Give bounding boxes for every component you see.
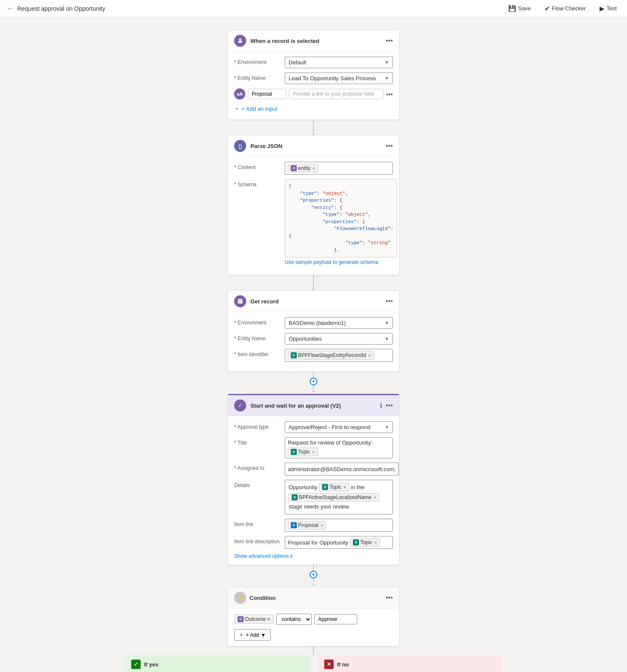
test-button[interactable]: ▶ Test	[596, 3, 620, 14]
approval-header-right: ℹ •••	[380, 402, 393, 409]
card-when-header-left: When a record is selected	[234, 35, 319, 47]
add-input-button[interactable]: ＋ + Add an input	[234, 103, 277, 114]
add-step-circle[interactable]: +	[310, 378, 317, 385]
content-label: Content	[234, 162, 281, 170]
get-env-chevron: ▼	[385, 321, 389, 325]
show-advanced-link[interactable]: Show advanced options ∨	[234, 553, 393, 559]
yes-badge: ✓	[131, 660, 141, 669]
approval-title-value: Request for review of Opportunity: ⚙ Top…	[285, 437, 393, 458]
condition-operator-select[interactable]: contains	[276, 614, 312, 625]
get-record-header-left: Get record	[234, 295, 279, 307]
item-link-desc-text: Proposal for Opportunity	[288, 539, 348, 546]
condition-row-1: ⚙ Outcome × contains	[234, 614, 393, 625]
approval-title-label: Title	[234, 437, 281, 446]
approval-type-chevron: ▼	[385, 425, 389, 430]
bpf-tag-icon: ⚙	[291, 352, 297, 358]
schema-textarea[interactable]: { "type": "object", "properties": { "ent…	[285, 179, 397, 257]
condition-value-input[interactable]	[314, 614, 357, 624]
chevron-down-icon: ∨	[289, 553, 293, 559]
save-button[interactable]: 💾 Save	[505, 3, 534, 14]
check-icon: ✔	[545, 5, 550, 12]
details-text3: stage needs your review	[289, 503, 349, 510]
topic-tag-desc-close[interactable]: ×	[374, 540, 377, 545]
approval-type-select[interactable]: Approve/Reject - First to respond ▼	[285, 421, 393, 433]
branch-yes-header: ✓ If yes	[125, 655, 309, 672]
approval-title-field[interactable]: Request for review of Opportunity: ⚙ Top…	[285, 437, 393, 458]
item-link-desc-field[interactable]: Proposal for Opportunity ⚙ Topic ×	[285, 536, 393, 549]
connector-4-top	[313, 565, 314, 571]
add-step-plus-2: +	[312, 572, 315, 578]
connector-4-bottom	[313, 578, 314, 582]
get-record-header: Get record •••	[228, 291, 399, 312]
details-label: Details	[234, 480, 281, 488]
branch-no: ✕ If no ✉ Send an email (V2) 2 ••• ⊕ Add…	[318, 655, 502, 672]
back-icon[interactable]: ←	[7, 5, 14, 12]
approval-icon: ✓	[234, 400, 246, 412]
outcome-tag-close[interactable]: ×	[267, 616, 270, 622]
details-text2: in the	[351, 484, 365, 490]
proposal-placeholder-input[interactable]	[289, 89, 383, 99]
approval-info-icon[interactable]: ℹ	[380, 402, 382, 409]
entity-tag-close[interactable]: ×	[313, 166, 315, 171]
approval-header-left: ✓ Start and wait for an approval (V2)	[234, 400, 341, 412]
approval-menu[interactable]: •••	[386, 402, 393, 409]
topic-tag-desc: ⚙ Topic ×	[350, 538, 380, 547]
topic-tag-desc-icon: ⚙	[353, 539, 359, 545]
branch-yes: ✓ If yes ✉ Send an email (V2) ••• ⊕ Add …	[125, 655, 309, 672]
topic-tag-details: ⚙ Topic ×	[319, 483, 349, 491]
get-entity-select[interactable]: Opportunities ▼	[285, 333, 393, 345]
topic-tag-details-icon: ⚙	[322, 484, 328, 490]
topbar-left: ← Request approval on Opportunity	[7, 5, 105, 12]
entity-select[interactable]: Lead To Opportunity Sales Process ▼	[285, 73, 393, 84]
connector-3-wrapper: + ▼	[310, 372, 317, 394]
flow-canvas: When a record is selected ••• Environmen…	[0, 17, 627, 672]
connector-4-arrow: ▼	[311, 582, 316, 587]
parse-json-menu[interactable]: •••	[386, 142, 393, 150]
get-record-menu[interactable]: •••	[386, 297, 393, 305]
bpf-stage-tag-close[interactable]: ×	[374, 495, 376, 500]
item-link-row: Item link ⚙ Proposal ×	[234, 519, 393, 532]
svg-point-0	[239, 39, 241, 41]
approval-type-label: Approval type	[234, 421, 281, 430]
flow-checker-button[interactable]: ✔ Flow Checker	[541, 3, 589, 14]
entity-chevron: ▼	[385, 76, 389, 81]
add-chevron: ▼	[261, 632, 266, 638]
topic-tag-title-close[interactable]: ×	[312, 450, 315, 454]
branch-no-header: ✕ If no	[318, 655, 502, 672]
card-condition: ⚡ Condition ••• ⚙ Outcome × contains ＋ +…	[228, 587, 399, 646]
topic-tag-details-close[interactable]: ×	[344, 485, 346, 490]
card-approval: ✓ Start and wait for an approval (V2) ℹ …	[228, 394, 399, 565]
proposal-menu[interactable]: •••	[386, 91, 393, 98]
schema-link[interactable]: Use sample payload to generate schema	[285, 259, 378, 265]
content-tag-field[interactable]: ⚙ entity ×	[285, 162, 393, 175]
bpf-tag-close[interactable]: ×	[368, 353, 371, 358]
branch-yes-label: If yes	[144, 661, 158, 668]
assigned-field[interactable]: administrator@BASDemo.onmicrosoft.com;	[285, 463, 399, 475]
add-step-circle-2[interactable]: +	[310, 571, 317, 578]
approval-header: ✓ Start and wait for an approval (V2) ℹ …	[228, 395, 399, 416]
get-env-label: Environment	[234, 317, 281, 326]
bpf-stage-tag-icon: ⚙	[292, 494, 298, 500]
proposal-row: aA •••	[234, 88, 393, 100]
get-item-value: ⚙ BPFFlowStageEntityRecordId ×	[285, 349, 393, 362]
save-icon: 💾	[508, 5, 516, 12]
when-record-menu[interactable]: •••	[386, 37, 393, 45]
details-field[interactable]: Opportunity ⚙ Topic × in the ⚙ BPFA	[285, 480, 393, 515]
parse-json-header-left: {} Parse JSON	[234, 140, 282, 152]
proposal-link-tag-close[interactable]: ×	[320, 523, 323, 528]
connector-3-arrow: ▼	[311, 389, 316, 394]
parse-json-title: Parse JSON	[250, 143, 282, 149]
item-link-desc-label: Item link description	[234, 536, 281, 545]
item-link-label: Item link	[234, 519, 281, 527]
connector-3-bottom	[313, 385, 314, 389]
topic-tag-title: ⚙ Topic ×	[288, 448, 318, 456]
item-link-field[interactable]: ⚙ Proposal ×	[285, 519, 393, 532]
condition-menu[interactable]: •••	[386, 594, 393, 602]
env-select[interactable]: Default ▼	[285, 57, 393, 68]
condition-add-button[interactable]: ＋ + Add ▼	[234, 629, 271, 641]
proposal-name-input[interactable]	[248, 89, 286, 99]
no-badge: ✕	[324, 660, 334, 669]
get-env-select[interactable]: BASDemo (basdemo1) ▼	[285, 317, 393, 329]
get-item-tag-field[interactable]: ⚙ BPFFlowStageEntityRecordId ×	[285, 349, 393, 362]
env-field-row: Environment Default ▼	[234, 57, 393, 68]
